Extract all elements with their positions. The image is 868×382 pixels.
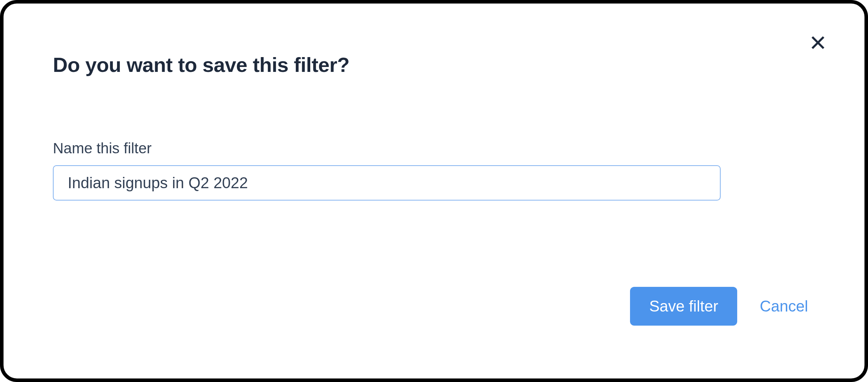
dialog-actions: Save filter Cancel <box>630 287 808 326</box>
close-button[interactable] <box>807 32 829 54</box>
close-icon <box>809 34 826 52</box>
dialog-title: Do you want to save this filter? <box>53 53 815 76</box>
save-filter-dialog: Do you want to save this filter? Name th… <box>0 0 868 382</box>
filter-name-label: Name this filter <box>53 140 815 157</box>
filter-name-input[interactable] <box>53 165 721 201</box>
cancel-button[interactable]: Cancel <box>760 297 808 315</box>
save-filter-button[interactable]: Save filter <box>630 287 737 326</box>
